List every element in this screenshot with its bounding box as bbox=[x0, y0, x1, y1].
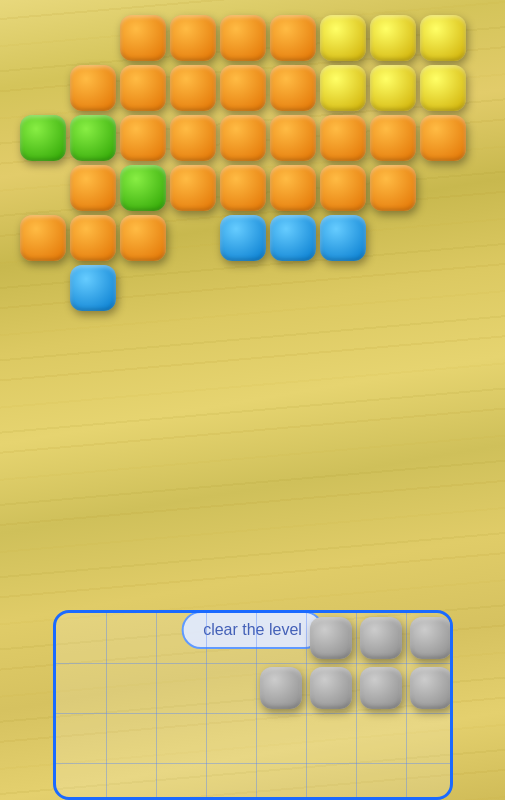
tile-31[interactable] bbox=[370, 165, 416, 211]
tile-37[interactable] bbox=[320, 215, 366, 261]
tile-30[interactable] bbox=[320, 165, 366, 211]
grid-tile-2[interactable] bbox=[360, 617, 402, 659]
grid-tile-7[interactable] bbox=[410, 667, 452, 709]
tile-36[interactable] bbox=[270, 215, 316, 261]
tile-2[interactable] bbox=[170, 15, 216, 61]
tile-13[interactable] bbox=[320, 65, 366, 111]
game-container: clear the level bbox=[0, 0, 505, 800]
grid-tile-6[interactable] bbox=[360, 667, 402, 709]
grid-tile-5[interactable] bbox=[310, 667, 352, 709]
tile-19[interactable] bbox=[170, 115, 216, 161]
grid-area bbox=[53, 610, 453, 800]
tile-4[interactable] bbox=[270, 15, 316, 61]
tile-6[interactable] bbox=[370, 15, 416, 61]
tile-29[interactable] bbox=[270, 165, 316, 211]
tile-28[interactable] bbox=[220, 165, 266, 211]
tile-22[interactable] bbox=[320, 115, 366, 161]
tile-10[interactable] bbox=[170, 65, 216, 111]
tile-18[interactable] bbox=[120, 115, 166, 161]
tile-23[interactable] bbox=[370, 115, 416, 161]
tile-21[interactable] bbox=[270, 115, 316, 161]
tile-32[interactable] bbox=[20, 215, 66, 261]
tile-25[interactable] bbox=[70, 165, 116, 211]
tile-16[interactable] bbox=[20, 115, 66, 161]
grid-tile-3[interactable] bbox=[410, 617, 452, 659]
tile-20[interactable] bbox=[220, 115, 266, 161]
tile-33[interactable] bbox=[70, 215, 116, 261]
tile-17[interactable] bbox=[70, 115, 116, 161]
grid-tile-4[interactable] bbox=[260, 667, 302, 709]
tile-7[interactable] bbox=[420, 15, 466, 61]
tile-34[interactable] bbox=[120, 215, 166, 261]
tile-1[interactable] bbox=[120, 15, 166, 61]
tile-11[interactable] bbox=[220, 65, 266, 111]
tile-12[interactable] bbox=[270, 65, 316, 111]
grid-tile-1[interactable] bbox=[310, 617, 352, 659]
tile-38[interactable] bbox=[70, 265, 116, 311]
tile-24[interactable] bbox=[420, 115, 466, 161]
tile-3[interactable] bbox=[220, 15, 266, 61]
tile-35[interactable] bbox=[220, 215, 266, 261]
tile-5[interactable] bbox=[320, 15, 366, 61]
tile-15[interactable] bbox=[420, 65, 466, 111]
tile-26[interactable] bbox=[120, 165, 166, 211]
tile-8[interactable] bbox=[70, 65, 116, 111]
tile-27[interactable] bbox=[170, 165, 216, 211]
tile-9[interactable] bbox=[120, 65, 166, 111]
tile-14[interactable] bbox=[370, 65, 416, 111]
